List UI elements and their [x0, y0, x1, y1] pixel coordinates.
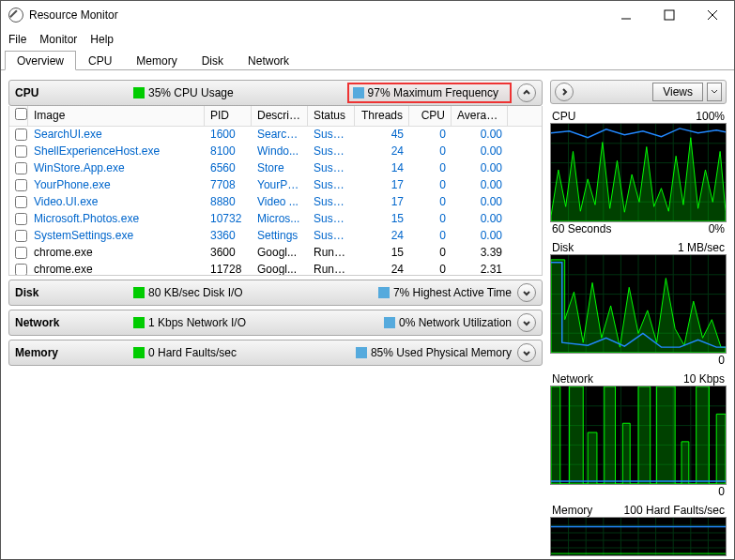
tab-cpu[interactable]: CPU [76, 51, 124, 70]
cell-pid: 8880 [205, 194, 252, 211]
cell-pid: 8100 [205, 144, 252, 160]
table-row[interactable]: Video.UI.exe8880Video ...Suspe...1700.00 [9, 194, 542, 211]
row-checkbox[interactable] [15, 179, 27, 191]
graph-title: Disk [552, 241, 574, 254]
cell-pid: 7708 [205, 177, 252, 194]
row-checkbox[interactable] [15, 264, 27, 275]
graph-foot-right: 0 [718, 354, 725, 367]
table-row[interactable]: SystemSettings.exe3360SettingsSuspe...24… [9, 228, 542, 245]
left-pane: CPU 35% CPU Usage 97% Maximum Frequency … [1, 72, 546, 559]
graph-foot-left: 60 Seconds [552, 222, 611, 235]
memory-expand-button[interactable] [517, 343, 536, 362]
row-checkbox[interactable] [15, 196, 27, 208]
col-pid[interactable]: PID [205, 106, 252, 126]
disk-title: Disk [15, 286, 128, 299]
table-row[interactable]: chrome.exe3600Googl...Runni...1503.39 [9, 245, 542, 262]
cell-image: WinStore.App.exe [28, 160, 205, 177]
disk-expand-button[interactable] [517, 283, 536, 302]
maximize-button[interactable] [648, 1, 691, 29]
table-row[interactable]: SearchUI.exe1600Search ...Suspe...4500.0… [9, 127, 542, 144]
cell-pid: 1600 [205, 127, 252, 144]
views-dropdown-button[interactable] [707, 83, 722, 101]
cpu-section-header[interactable]: CPU 35% CPU Usage 97% Maximum Frequency [8, 80, 543, 106]
process-table: Image PID Descrip... Status Threads CPU … [8, 106, 543, 276]
table-body[interactable]: SearchUI.exe1600Search ...Suspe...4500.0… [9, 127, 542, 275]
table-row[interactable]: chrome.exe11728Googl...Runni...2402.31 [9, 262, 542, 275]
tab-memory[interactable]: Memory [124, 51, 189, 70]
memory-title: Memory [15, 346, 128, 359]
menubar: File Monitor Help [1, 29, 734, 50]
net-util-text: 0% Network Utilization [399, 316, 512, 329]
cell-pid: 11728 [205, 262, 252, 275]
row-checkbox[interactable] [15, 162, 27, 174]
graph-value: 100 Hard Faults/sec [624, 504, 725, 517]
right-pane: Views CPU100%60 Seconds0%Disk1 MB/sec0Ne… [546, 72, 734, 559]
cell-image: ShellExperienceHost.exe [28, 144, 205, 160]
table-row[interactable]: WinStore.App.exe6560StoreSuspe...1400.00 [9, 160, 542, 177]
row-checkbox[interactable] [15, 129, 27, 141]
cell-status: Suspe... [308, 194, 355, 211]
disk-section-header[interactable]: Disk 80 KB/sec Disk I/O 7% Highest Activ… [8, 280, 543, 306]
views-button[interactable]: Views [652, 83, 703, 101]
cell-threads: 15 [355, 245, 409, 262]
cell-cpu: 0 [409, 160, 452, 177]
graph-value: 1 MB/sec [678, 241, 725, 254]
cell-threads: 17 [355, 177, 409, 194]
disk-active-text: 7% Highest Active Time [393, 286, 512, 299]
window-title: Resource Monitor [29, 8, 605, 22]
cell-cpu: 0 [409, 245, 452, 262]
close-button[interactable] [691, 1, 734, 29]
select-all-checkbox[interactable] [15, 108, 27, 120]
table-row[interactable]: ShellExperienceHost.exe8100Windo...Suspe… [9, 144, 542, 160]
tab-network[interactable]: Network [236, 51, 301, 70]
graph-title: Network [552, 372, 593, 386]
col-desc[interactable]: Descrip... [252, 106, 308, 126]
network-expand-button[interactable] [517, 313, 536, 332]
col-avg[interactable]: Averag... [452, 106, 508, 126]
cell-cpu: 0 [409, 127, 452, 144]
col-threads[interactable]: Threads [355, 106, 409, 126]
table-row[interactable]: YourPhone.exe7708YourPh...Suspe...1700.0… [9, 177, 542, 194]
col-status[interactable]: Status [308, 106, 355, 126]
tab-overview[interactable]: Overview [5, 51, 76, 70]
cpu-usage-swatch-icon [133, 87, 145, 98]
network-section-header[interactable]: Network 1 Kbps Network I/O 0% Network Ut… [8, 310, 543, 336]
menu-monitor[interactable]: Monitor [39, 33, 77, 46]
col-cpu[interactable]: CPU [409, 106, 452, 126]
cell-desc: Googl... [252, 262, 308, 275]
graph-canvas [550, 254, 727, 354]
cell-desc: Settings [252, 228, 308, 245]
row-checkbox[interactable] [15, 230, 27, 242]
row-checkbox[interactable] [15, 213, 27, 225]
cell-desc: Windo... [252, 144, 308, 160]
tab-disk[interactable]: Disk [190, 51, 236, 70]
row-checkbox[interactable] [15, 247, 27, 259]
cpu-freq-swatch-icon [353, 87, 364, 98]
graph-value: 10 Kbps [683, 372, 725, 386]
table-row[interactable]: Microsoft.Photos.exe10732Micros...Suspe.… [9, 211, 542, 228]
menu-file[interactable]: File [8, 33, 26, 46]
net-util-swatch-icon [384, 317, 395, 328]
minimize-button[interactable] [605, 1, 648, 29]
cpu-collapse-button[interactable] [517, 83, 536, 102]
cell-threads: 24 [355, 144, 409, 160]
cell-pid: 3360 [205, 228, 252, 245]
cell-image: chrome.exe [28, 262, 205, 275]
menu-help[interactable]: Help [90, 33, 114, 46]
cell-threads: 15 [355, 211, 409, 228]
memory-section-header[interactable]: Memory 0 Hard Faults/sec 85% Used Physic… [8, 340, 543, 366]
cell-status: Suspe... [308, 127, 355, 144]
disk-io-text: 80 KB/sec Disk I/O [148, 286, 243, 299]
cell-avg: 0.00 [452, 177, 508, 194]
row-checkbox[interactable] [15, 145, 27, 158]
cell-pid: 6560 [205, 160, 252, 177]
cell-desc: Store [252, 160, 308, 177]
graph-title: CPU [552, 110, 575, 123]
col-image[interactable]: Image [28, 106, 205, 126]
cpu-title: CPU [15, 86, 128, 99]
right-pane-header: Views [550, 80, 727, 104]
graphs-collapse-button[interactable] [555, 83, 574, 101]
cell-avg: 0.00 [452, 144, 508, 160]
cell-threads: 24 [355, 262, 409, 275]
cell-image: YourPhone.exe [28, 177, 205, 194]
